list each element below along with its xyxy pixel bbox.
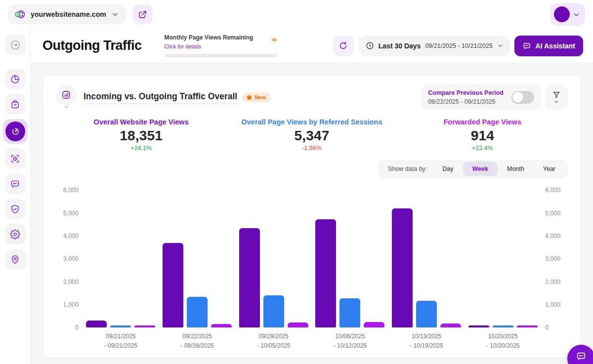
chart-bar[interactable] xyxy=(392,208,413,327)
traffic-overview-card: Incoming vs. Outgoing Traffic Overall Ne… xyxy=(42,75,581,358)
sidebar-item-store[interactable] xyxy=(5,94,26,115)
sidebar xyxy=(0,29,31,364)
metric-referred-sessions: Overall Page Views by Referred Sessions … xyxy=(226,118,397,152)
chart-bar[interactable] xyxy=(364,322,384,327)
y-axis-tick: 0 xyxy=(545,324,549,331)
toggle-knob xyxy=(512,92,523,103)
y-axis-tick: 5,000 xyxy=(545,210,560,217)
y-axis-tick: 4,000 xyxy=(63,233,79,240)
pie-chart-icon xyxy=(10,74,20,84)
open-website-button[interactable] xyxy=(133,4,153,24)
bar-group xyxy=(83,190,159,327)
y-axis-tick: 0 xyxy=(75,324,79,331)
quota-progress-bar xyxy=(165,54,277,57)
x-axis-label: 09/29/2025- 10/05/2025 xyxy=(235,332,312,350)
bar-group xyxy=(235,190,312,327)
compare-toggle[interactable] xyxy=(511,91,534,104)
collapse-sidebar-icon xyxy=(10,40,21,50)
outgoing-traffic-icon xyxy=(5,121,25,141)
date-range-picker[interactable]: Last 30 Days 09/21/2025 - 10/21/2025 xyxy=(359,36,509,56)
focus-scan-icon xyxy=(10,154,20,164)
user-menu[interactable] xyxy=(550,3,585,26)
x-axis-label: 10/13/2025- 10/19/2025 xyxy=(388,332,465,350)
refresh-button[interactable] xyxy=(333,36,354,56)
chart-bar[interactable] xyxy=(239,228,260,328)
refresh-icon xyxy=(339,41,348,50)
collapse-sidebar-button[interactable] xyxy=(5,35,26,55)
clock-icon xyxy=(366,41,374,50)
y-axis-right: 01,0002,0003,0004,0005,0006,000 xyxy=(541,190,568,327)
chart-bar[interactable] xyxy=(288,323,308,327)
website-selector[interactable]: yourwebsitename.com xyxy=(8,4,126,24)
card-type-selector[interactable] xyxy=(56,84,77,110)
chart-bar[interactable] xyxy=(440,324,461,328)
chart-bar[interactable] xyxy=(86,321,107,327)
sidebar-item-security[interactable] xyxy=(5,199,26,219)
date-range-value: 09/21/2025 - 10/21/2025 xyxy=(425,42,492,49)
y-axis-tick: 3,000 xyxy=(545,255,560,262)
page-title: Outgoing Traffic xyxy=(42,38,142,53)
chart-bar[interactable] xyxy=(315,219,336,328)
quota-widget: Monthly Page Views Remaining Click for d… xyxy=(165,34,277,57)
chart-bar[interactable] xyxy=(187,297,208,327)
chart-bar[interactable] xyxy=(468,325,489,327)
sidebar-item-settings[interactable] xyxy=(5,224,26,244)
bar-group xyxy=(312,190,388,327)
chart-bar[interactable] xyxy=(211,324,232,327)
quota-details-link[interactable]: Click for details xyxy=(165,43,202,49)
chat-bubble-icon xyxy=(10,179,20,189)
compare-range: 08/22/2025 - 09/21/2025 xyxy=(428,97,504,106)
chart-bar[interactable] xyxy=(110,325,131,327)
y-axis-tick: 3,000 xyxy=(63,255,79,262)
granularity-switcher: Show data by: DayWeekMonthYear xyxy=(378,160,568,178)
y-axis-tick: 1,000 xyxy=(545,301,560,308)
ai-assistant-button[interactable]: AI Assistant xyxy=(514,36,583,56)
sidebar-item-dashboard[interactable] xyxy=(5,69,26,89)
granularity-option-day[interactable]: Day xyxy=(433,162,463,176)
map-pin-icon xyxy=(10,254,20,265)
shield-check-icon xyxy=(10,204,20,214)
top-bar: yourwebsitename.com xyxy=(0,0,593,29)
sidebar-item-locations[interactable] xyxy=(5,249,26,270)
granularity-label: Show data by: xyxy=(381,162,433,176)
chart-bar[interactable] xyxy=(134,325,155,327)
infinity-icon: ∞ xyxy=(272,36,277,43)
bar-group xyxy=(465,190,541,327)
y-axis-tick: 4,000 xyxy=(545,233,560,240)
new-badge: New xyxy=(242,92,271,102)
shopping-bag-icon xyxy=(10,99,20,110)
metric-overall-page-views: Overall Website Page Views 18,351 +24.1% xyxy=(56,118,226,152)
filter-button[interactable] xyxy=(545,84,568,110)
card-title: Incoming vs. Outgoing Traffic Overall xyxy=(84,91,237,104)
y-axis-left: 01,0002,0003,0004,0005,0006,000 xyxy=(56,190,83,327)
avatar xyxy=(554,6,570,22)
y-axis-tick: 6,000 xyxy=(63,187,79,194)
ai-assistant-label: AI Assistant xyxy=(536,42,575,50)
chart-bar[interactable] xyxy=(517,325,538,327)
sidebar-item-outgoing-traffic[interactable] xyxy=(3,119,28,144)
chart-bar[interactable] xyxy=(263,295,284,327)
metric-forwarded-page-views: Forwarded Page Views 914 +22.4% xyxy=(397,118,568,152)
website-domain: yourwebsitename.com xyxy=(31,10,106,18)
sidebar-item-sessions[interactable] xyxy=(5,148,26,169)
y-axis-tick: 2,000 xyxy=(63,279,79,285)
granularity-option-month[interactable]: Month xyxy=(498,162,534,176)
compare-label: Compare Previous Period xyxy=(428,88,504,97)
chart-bar[interactable] xyxy=(493,325,513,327)
website-logo-icon xyxy=(14,8,26,20)
chart-bar[interactable] xyxy=(339,298,360,327)
x-axis-label: 09/22/2025- 09/28/2025 xyxy=(159,332,236,350)
bar-chart-icon xyxy=(56,84,77,105)
page-header: Outgoing Traffic Monthly Page Views Rema… xyxy=(31,29,593,63)
chat-bubble-icon xyxy=(576,351,587,362)
granularity-option-week[interactable]: Week xyxy=(463,162,498,176)
metrics-row: Overall Website Page Views 18,351 +24.1%… xyxy=(56,118,568,152)
traffic-bar-chart: 01,0002,0003,0004,0005,0006,000 09/21/20… xyxy=(56,190,568,353)
chart-bar[interactable] xyxy=(416,301,437,328)
chevron-down-icon xyxy=(573,11,580,18)
granularity-option-year[interactable]: Year xyxy=(534,162,565,176)
sidebar-item-messages[interactable] xyxy=(5,173,26,194)
chart-bar[interactable] xyxy=(163,243,183,327)
y-axis-tick: 5,000 xyxy=(63,210,79,217)
y-axis-tick: 1,000 xyxy=(63,301,79,308)
